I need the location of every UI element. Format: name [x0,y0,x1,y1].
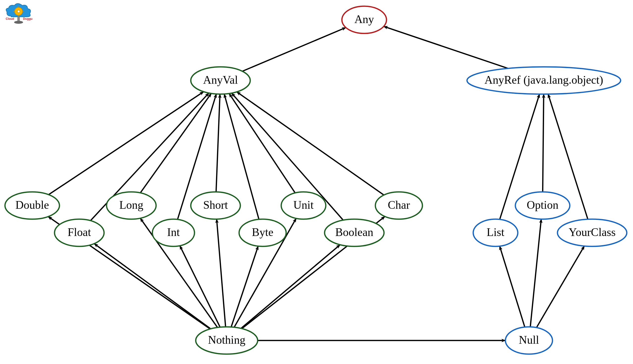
node-long: Long [107,192,156,219]
node-label-long: Long [119,198,143,211]
node-label-list: List [487,226,504,238]
edge-nothing-to-byte [231,246,258,327]
node-label-short: Short [203,198,228,211]
node-float: Float [55,219,104,246]
node-char: Char [375,192,422,219]
edge-option-to-anyref [543,94,544,192]
node-label-int: Int [167,226,180,238]
node-unit: Unit [281,192,326,219]
node-anyval: AnyVal [191,67,250,94]
edge-char-to-anyval [237,92,384,195]
edge-unit-to-anyval [229,94,295,193]
edge-double-to-anyval [49,92,204,195]
logo-text-right: Duggu [23,17,33,20]
node-label-yourclass: YourClass [568,226,616,238]
edge-null-to-option [530,219,541,327]
node-label-anyref: AnyRef (java.lang.object) [485,74,603,86]
node-label-boolean: Boolean [335,226,373,238]
node-short: Short [191,192,240,219]
node-label-byte: Byte [252,226,274,238]
edge-null-to-yourclass [537,246,584,328]
cloudduggu-logo: Cloud Duggu [6,4,33,24]
edge-anyval-to-any [242,28,346,71]
svg-point-7 [14,21,23,24]
edge-anyref-to-any [384,26,508,68]
type-hierarchy-diagram: Cloud Duggu AnyAnyValAnyRef (java.lang.o… [0,0,633,364]
node-list: List [473,219,518,246]
edge-nothing-to-int [180,246,220,327]
node-yourclass: YourClass [557,219,627,246]
node-any: Any [342,6,386,34]
edge-null-to-list [500,246,525,327]
svg-point-5 [17,10,20,13]
logo-text-left: Cloud [6,17,14,20]
node-nothing: Nothing [196,327,258,354]
node-label-double: Double [15,198,49,211]
edge-nothing-to-short [217,219,226,327]
edge-nothing-to-boolean [241,245,340,328]
node-boolean: Boolean [325,219,384,246]
node-option: Option [515,192,570,219]
node-int: Int [152,219,195,246]
node-anyref: AnyRef (java.lang.object) [467,67,620,94]
svg-rect-6 [17,17,20,21]
node-label-any: Any [354,13,374,26]
node-label-null: Null [519,334,539,346]
edge-short-to-anyval [216,94,220,192]
node-null: Null [505,327,552,354]
node-label-nothing: Nothing [208,334,246,346]
node-label-unit: Unit [293,198,314,211]
node-label-char: Char [388,198,410,211]
edge-nothing-to-float [94,244,211,329]
node-label-anyval: AnyVal [203,74,238,86]
node-byte: Byte [239,219,286,246]
node-label-option: Option [527,198,558,211]
node-label-float: Float [68,226,91,238]
node-double: Double [5,192,60,219]
